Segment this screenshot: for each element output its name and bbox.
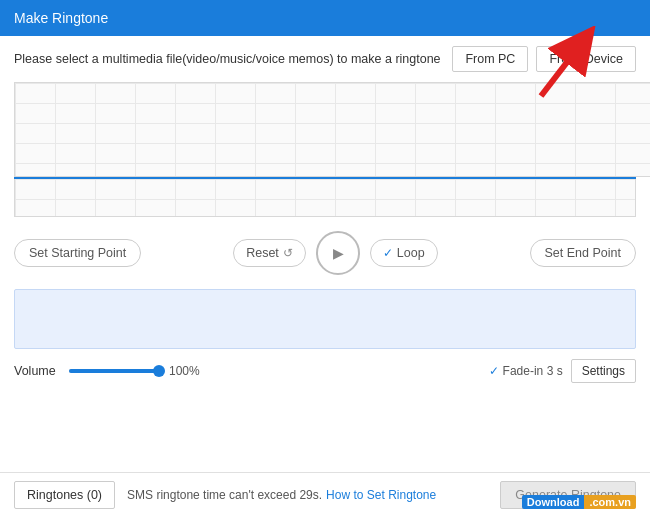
toolbar-row: Please select a multimedia file(video/mu… (0, 36, 650, 82)
volume-slider-fill (69, 369, 159, 373)
fade-text: Fade-in 3 s (503, 364, 563, 378)
controls-row: Set Starting Point Reset ↺ ▶ ✓ Loop Set … (0, 217, 650, 289)
fade-label: ✓ Fade-in 3 s (489, 364, 563, 378)
sms-text: SMS ringtone time can't exceed 29s. (127, 488, 322, 502)
loop-button[interactable]: ✓ Loop (370, 239, 438, 267)
from-idevice-button[interactable]: From iDevice (536, 46, 636, 72)
title-text: Make Ringtone (14, 10, 108, 26)
how-to-set-ringtone-link[interactable]: How to Set Ringtone (326, 488, 436, 502)
volume-percent: 100% (169, 364, 200, 378)
volume-row: Volume 100% ✓ Fade-in 3 s Settings (0, 349, 650, 393)
reset-icon: ↺ (283, 246, 293, 260)
playback-controls: Reset ↺ ▶ ✓ Loop (233, 231, 437, 275)
set-starting-point-button[interactable]: Set Starting Point (14, 239, 141, 267)
volume-label: Volume (14, 364, 59, 378)
ringtones-button[interactable]: Ringtones (0) (14, 481, 115, 509)
toolbar-description: Please select a multimedia file(video/mu… (14, 52, 444, 66)
volume-slider-thumb[interactable] (153, 365, 165, 377)
play-icon: ▶ (333, 245, 344, 261)
audio-preview-area (14, 289, 636, 349)
title-bar: Make Ringtone (0, 0, 650, 36)
loop-label: Loop (397, 246, 425, 260)
generate-ringtone-button[interactable]: Generate Ringtone (500, 481, 636, 509)
sms-info: SMS ringtone time can't exceed 29s. How … (127, 488, 436, 502)
volume-slider-container[interactable] (69, 369, 159, 373)
bottom-bar: Ringtones (0) SMS ringtone time can't ex… (0, 472, 650, 517)
fade-check-icon: ✓ (489, 364, 499, 378)
fade-section: ✓ Fade-in 3 s Settings (489, 359, 636, 383)
waveform-timeline (14, 179, 636, 217)
play-button[interactable]: ▶ (316, 231, 360, 275)
from-pc-button[interactable]: From PC (452, 46, 528, 72)
settings-button[interactable]: Settings (571, 359, 636, 383)
waveform-display (14, 82, 650, 177)
loop-check-icon: ✓ (383, 246, 393, 260)
reset-label: Reset (246, 246, 279, 260)
set-end-point-button[interactable]: Set End Point (530, 239, 636, 267)
reset-button[interactable]: Reset ↺ (233, 239, 306, 267)
volume-slider-track[interactable] (69, 369, 159, 373)
